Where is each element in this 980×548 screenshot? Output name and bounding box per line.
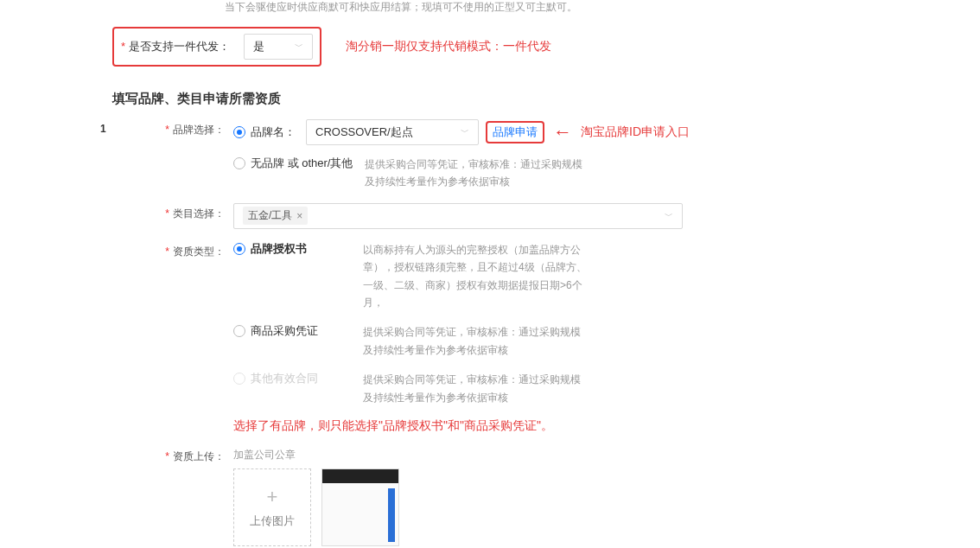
chevron-down-icon: ﹀ xyxy=(295,41,303,53)
chevron-down-icon: ﹀ xyxy=(461,126,469,138)
radio-unchecked-icon xyxy=(233,325,245,337)
category-select-row: 类目选择： 五金/工具 × ﹀ xyxy=(112,203,868,229)
brand-select-row: 1 品牌选择： 品牌名： CROSSOVER/起点 ﹀ 品牌申请 ← 淘宝品牌I… xyxy=(112,119,868,191)
qual-option-0-name: 品牌授权书 xyxy=(251,241,307,257)
radio-unchecked-icon xyxy=(233,157,245,169)
qual-option-0-helper: 以商标持有人为源头的完整授权（加盖品牌方公章），授权链路须完整，且不超过4级（品… xyxy=(363,241,588,312)
qual-option-other-contract: 其他有效合同 xyxy=(233,371,318,386)
brand-name-radio-label: 品牌名： xyxy=(251,124,296,140)
brand-name-select-value: CROSSOVER/起点 xyxy=(315,124,413,140)
qual-option-brand-auth[interactable]: 品牌授权书 xyxy=(233,241,307,257)
brand-name-radio[interactable]: 品牌名： xyxy=(233,124,296,140)
qualification-type-row: 资质类型： 品牌授权书 以商标持有人为源头的完整授权（加盖品牌方公章），授权链路… xyxy=(112,241,868,434)
uploaded-thumb-item[interactable]: 1111.png xyxy=(321,468,399,548)
radio-checked-icon xyxy=(233,126,245,138)
truncated-top-text: 当下会驱使应时供应商默可和快应用结算；现填可不使用的正型又可主默可。 xyxy=(112,0,868,15)
qualification-upload-row: 资质上传： 加盖公司公章 + 上传图片 1111.png 图片仅支持jpg、pn… xyxy=(112,446,868,548)
arrow-left-icon: ← xyxy=(553,121,572,143)
brand-index-badge: 1 xyxy=(100,123,106,135)
category-select[interactable]: 五金/工具 × ﹀ xyxy=(233,203,683,229)
brand-select-label-col: 1 品牌选择： xyxy=(112,119,233,137)
brand-select-label: 品牌选择： xyxy=(165,124,225,136)
qual-option-2-name: 其他有效合同 xyxy=(251,371,318,386)
qual-option-2-helper: 提供采购合同等凭证，审核标准：通过采购规模及持续性考量作为参考依据审核 xyxy=(363,371,588,406)
support-dropshipping-row: 是否支持一件代发： 是 ﹀ 淘分销一期仅支持代销模式：一件代发 xyxy=(112,27,868,67)
section-title-brand-category: 填写品牌、类目申请所需资质 xyxy=(112,91,868,107)
qual-option-1-helper: 提供采购合同等凭证，审核标准：通过采购规模及持续性考量作为参考依据审核 xyxy=(363,323,588,359)
qualification-upload-label: 资质上传： xyxy=(165,450,225,462)
upload-hint: 加盖公司公章 xyxy=(233,446,868,463)
tag-remove-icon[interactable]: × xyxy=(296,210,302,222)
brand-name-select[interactable]: CROSSOVER/起点 ﹀ xyxy=(306,119,479,145)
uploaded-thumbnail xyxy=(321,468,399,546)
qualification-type-note: 选择了有品牌，则只能选择"品牌授权书"和"商品采购凭证"。 xyxy=(233,418,868,434)
category-tag: 五金/工具 × xyxy=(243,207,308,225)
qual-option-purchase-proof[interactable]: 商品采购凭证 xyxy=(233,323,318,339)
support-dropshipping-select[interactable]: 是 ﹀ xyxy=(244,34,313,60)
support-dropshipping-value: 是 xyxy=(253,39,264,54)
category-tag-text: 五金/工具 xyxy=(248,208,292,223)
support-dropshipping-label: 是否支持一件代发： xyxy=(121,39,230,54)
support-dropshipping-annotation: 淘分销一期仅支持代销模式：一件代发 xyxy=(346,39,551,54)
support-dropshipping-highlight: 是否支持一件代发： 是 ﹀ xyxy=(112,27,321,67)
plus-icon: + xyxy=(267,486,278,508)
no-brand-radio-label: 无品牌 或 other/其他 xyxy=(251,156,353,171)
upload-image-button[interactable]: + 上传图片 xyxy=(233,468,311,546)
no-brand-radio[interactable]: 无品牌 或 other/其他 xyxy=(233,156,354,171)
qualification-type-label: 资质类型： xyxy=(165,245,225,258)
no-brand-helper: 提供采购合同等凭证，审核标准：通过采购规模及持续性考量作为参考依据审核 xyxy=(365,156,589,191)
upload-button-label: 上传图片 xyxy=(250,513,295,529)
brand-apply-highlight: 品牌申请 xyxy=(486,121,544,143)
radio-disabled-icon xyxy=(233,373,245,385)
category-select-label: 类目选择： xyxy=(165,207,225,220)
brand-apply-annotation: 淘宝品牌ID申请入口 xyxy=(581,124,690,140)
radio-checked-icon xyxy=(233,243,245,255)
chevron-down-icon: ﹀ xyxy=(665,210,673,222)
qual-option-1-name: 商品采购凭证 xyxy=(251,323,318,339)
brand-apply-link[interactable]: 品牌申请 xyxy=(493,125,538,138)
